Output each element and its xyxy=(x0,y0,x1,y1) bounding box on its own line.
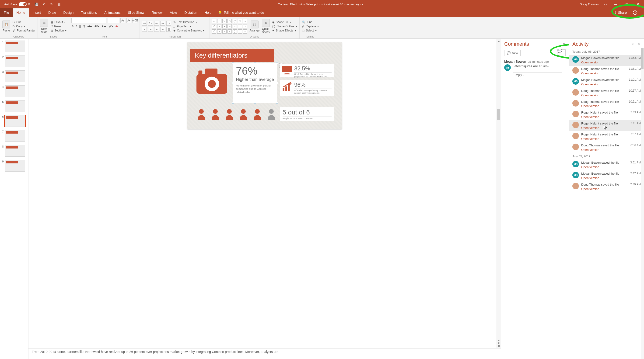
replace-button[interactable]: ⇄Replace ▾ xyxy=(302,25,319,28)
open-version-link[interactable]: Open version xyxy=(581,176,599,180)
quick-styles-button[interactable]: ◈Quick Styles xyxy=(262,19,270,34)
stat-box-tv[interactable]: 32.5% Of all TVs sold in the next year p… xyxy=(280,64,334,77)
activity-item[interactable]: Doug Thomas saved the fileOpen version10… xyxy=(569,99,644,110)
section-button[interactable]: ▤Section ▾ xyxy=(50,29,66,32)
indent-inc-button[interactable]: ⇥ xyxy=(160,21,165,26)
new-slide-button[interactable]: ▭ New Slide xyxy=(40,19,48,34)
line-spacing-button[interactable]: ↕≡ xyxy=(166,21,171,26)
open-version-link[interactable]: Open version xyxy=(581,82,599,86)
indent-dec-button[interactable]: ⇤ xyxy=(154,21,159,26)
shrink-font-button[interactable]: A▾ xyxy=(126,18,131,23)
undo-icon[interactable]: ↶ xyxy=(42,2,46,6)
select-button[interactable]: ⬚Select ▾ xyxy=(302,29,319,32)
next-slide-icon[interactable]: ⯯ xyxy=(497,345,501,348)
slide-thumbnail[interactable] xyxy=(5,115,25,127)
slide-thumbnail[interactable] xyxy=(5,85,25,97)
slideshow-start-icon[interactable]: ▦ xyxy=(57,2,61,6)
highlight-button[interactable]: 🖍▾ xyxy=(109,25,113,28)
slide-canvas-area[interactable]: Key differentiators 💬 76% Higher than av… xyxy=(28,39,501,348)
minimize-button[interactable]: — xyxy=(612,2,619,6)
activity-close-button[interactable]: ✕ xyxy=(638,42,641,46)
shadow-button[interactable]: S xyxy=(83,25,85,28)
open-version-link[interactable]: Open version xyxy=(581,165,599,169)
shape-fill-button[interactable]: ◉Shape Fill ▾ xyxy=(272,20,297,24)
notes-pane[interactable]: From 2010-2014 alone, partners like Nort… xyxy=(28,348,501,359)
selected-textbox[interactable]: 💬 76% Higher than average More market gr… xyxy=(233,63,277,103)
activity-item[interactable]: Roger Haight saved the fileOpen version7… xyxy=(569,131,644,142)
scroll-up-icon[interactable]: ▴ xyxy=(497,39,501,42)
text-direction-button[interactable]: ⇅Text Direction ▾ xyxy=(173,20,204,24)
activity-item[interactable]: MBMegan Bowen saved the fileOpen version… xyxy=(569,170,644,181)
slide-canvas[interactable]: Key differentiators 💬 76% Higher than av… xyxy=(187,42,342,129)
autosave-toggle[interactable]: AutoSave On xyxy=(4,2,31,6)
user-name[interactable]: Doug Thomas xyxy=(580,2,599,6)
close-button[interactable]: ✕ xyxy=(635,2,641,6)
tab-insert[interactable]: Insert xyxy=(29,8,44,17)
shape-effects-button[interactable]: ✦Shape Effects ▾ xyxy=(272,29,297,32)
slide-thumbnail[interactable] xyxy=(5,55,25,67)
copy-button[interactable]: ⧉Copy ▾ xyxy=(12,25,35,28)
shape-outline-button[interactable]: ◯Shape Outline ▾ xyxy=(272,25,297,28)
slide-thumbnail[interactable] xyxy=(5,145,25,157)
activity-scrollbar-thumb[interactable] xyxy=(641,48,644,69)
tab-transitions[interactable]: Transitions xyxy=(77,8,100,17)
activity-item[interactable]: Doug Thomas saved the fileOpen version2:… xyxy=(569,181,644,192)
justify-button[interactable]: ≡ xyxy=(160,27,165,32)
thumbnail-row[interactable]: 6★ xyxy=(1,115,27,127)
thumbnail-row[interactable]: 8★ xyxy=(1,145,27,157)
thumbnail-row[interactable]: 1★ xyxy=(1,40,27,52)
thumbnail-row[interactable]: 9★ xyxy=(1,160,27,172)
activity-list[interactable]: Today, July 06, 2017MBMegan Bowen saved … xyxy=(569,48,644,359)
tab-view[interactable]: View xyxy=(166,8,180,17)
change-case-button[interactable]: Aa▾ xyxy=(102,25,107,28)
tab-design[interactable]: Design xyxy=(60,8,78,17)
share-button[interactable]: ⇪ Share xyxy=(612,10,629,15)
tab-dictation[interactable]: Dictation xyxy=(180,8,201,17)
slide-thumbnail[interactable] xyxy=(5,100,25,112)
italic-button[interactable]: I xyxy=(76,25,76,28)
font-name-combo[interactable] xyxy=(72,18,106,23)
char-spacing-button[interactable]: AV▾ xyxy=(94,25,99,28)
font-size-combo[interactable] xyxy=(108,18,119,23)
tab-draw[interactable]: Draw xyxy=(44,8,60,17)
slide-thumbnail[interactable] xyxy=(5,130,25,142)
reset-button[interactable]: ↺Reset xyxy=(50,25,66,28)
thumbnail-row[interactable]: 3★ xyxy=(1,70,27,82)
slide-thumbnail[interactable] xyxy=(5,160,25,172)
columns-button[interactable]: ▥ xyxy=(166,27,171,32)
open-version-link[interactable]: Open version xyxy=(581,148,599,152)
maximize-button[interactable]: ▢ xyxy=(624,2,630,6)
new-comment-button[interactable]: 💬 New xyxy=(504,50,520,56)
activity-item[interactable]: MBMegan Bowen saved the fileOpen version… xyxy=(569,55,644,66)
convert-smartart-button[interactable]: ⬘Convert to SmartArt ▾ xyxy=(173,29,204,32)
version-history-button[interactable] xyxy=(631,9,639,16)
shapes-gallery[interactable]: ▭／＼◻◯◻▴ ⬡↘⬈⇨☆{▾ ⬠↳∿(})≡ xyxy=(212,19,247,33)
align-left-button[interactable]: ≡ xyxy=(142,27,147,32)
open-version-link[interactable]: Open version xyxy=(581,126,599,130)
cut-button[interactable]: ✂Cut xyxy=(12,20,35,24)
numbering-button[interactable]: 1≡ xyxy=(148,21,153,26)
toggle-switch[interactable] xyxy=(19,2,26,6)
redo-icon[interactable]: ↷ xyxy=(50,2,54,6)
paste-button[interactable]: 📋 Paste xyxy=(2,20,10,32)
open-version-link[interactable]: Open version xyxy=(581,104,599,108)
comments-close-button[interactable]: ✕ xyxy=(563,42,566,46)
activity-item[interactable]: Doug Thomas saved the fileOpen version6:… xyxy=(569,142,644,153)
format-painter-button[interactable]: 🖌Format Painter xyxy=(12,29,35,32)
tab-file[interactable]: File xyxy=(0,8,13,17)
grow-font-button[interactable]: A▴ xyxy=(120,18,125,23)
reply-input[interactable] xyxy=(513,72,562,78)
bold-button[interactable]: B xyxy=(72,25,74,28)
activity-scrollbar[interactable] xyxy=(641,48,644,359)
thumbnail-row[interactable]: 4★ xyxy=(1,85,27,97)
open-version-link[interactable]: Open version xyxy=(581,115,599,119)
font-color-button[interactable]: A▾ xyxy=(115,25,118,28)
tab-slideshow[interactable]: Slide Show xyxy=(124,8,148,17)
arrange-button[interactable]: ⬚Arrange xyxy=(250,20,260,32)
tab-review[interactable]: Review xyxy=(148,8,166,17)
clear-formatting-button[interactable]: A⌫ xyxy=(132,18,137,23)
activity-item[interactable]: Roger Haight saved the fileOpen version7… xyxy=(569,109,644,120)
tab-help[interactable]: Help xyxy=(201,8,215,17)
slide-thumbnail[interactable] xyxy=(5,40,25,52)
tab-home[interactable]: Home xyxy=(13,8,29,17)
